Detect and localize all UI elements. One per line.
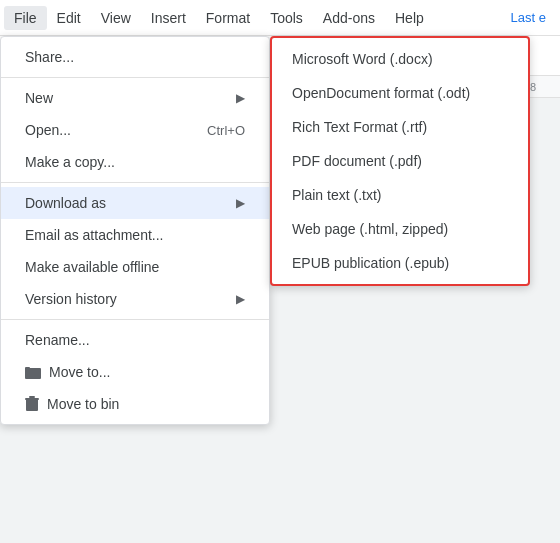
txt-label: Plain text (.txt) [292, 187, 381, 203]
separator-3 [1, 319, 269, 320]
version-history-arrow-icon: ▶ [236, 292, 245, 306]
pdf-label: PDF document (.pdf) [292, 153, 422, 169]
svg-rect-3 [26, 399, 38, 411]
new-arrow-icon: ▶ [236, 91, 245, 105]
menu-item-new[interactable]: New ▶ [1, 82, 269, 114]
separator-1 [1, 77, 269, 78]
version-history-label: Version history [25, 291, 117, 307]
download-epub[interactable]: EPUB publication (.epub) [272, 246, 528, 280]
menu-addons[interactable]: Add-ons [313, 6, 385, 30]
menu-help[interactable]: Help [385, 6, 434, 30]
svg-rect-5 [29, 396, 35, 398]
download-docx[interactable]: Microsoft Word (.docx) [272, 42, 528, 76]
menu-insert[interactable]: Insert [141, 6, 196, 30]
menu-item-share[interactable]: Share... [1, 41, 269, 73]
download-pdf[interactable]: PDF document (.pdf) [272, 144, 528, 178]
make-offline-label: Make available offline [25, 259, 159, 275]
menu-item-make-copy[interactable]: Make a copy... [1, 146, 269, 178]
folder-icon [25, 365, 41, 379]
open-label: Open... [25, 122, 71, 138]
last-edit: Last e [501, 6, 556, 29]
download-as-label: Download as [25, 195, 106, 211]
trash-icon [25, 396, 39, 412]
menu-item-version-history[interactable]: Version history ▶ [1, 283, 269, 315]
svg-rect-2 [25, 367, 30, 370]
html-label: Web page (.html, zipped) [292, 221, 448, 237]
open-shortcut: Ctrl+O [207, 123, 245, 138]
svg-rect-4 [25, 398, 39, 400]
menu-item-move-to[interactable]: Move to... [1, 356, 269, 388]
download-rtf[interactable]: Rich Text Format (.rtf) [272, 110, 528, 144]
menu-bar: File Edit View Insert Format Tools Add-o… [0, 0, 560, 36]
separator-2 [1, 182, 269, 183]
share-label: Share... [25, 49, 74, 65]
download-arrow-icon: ▶ [236, 196, 245, 210]
menu-item-rename[interactable]: Rename... [1, 324, 269, 356]
odt-label: OpenDocument format (.odt) [292, 85, 470, 101]
make-copy-label: Make a copy... [25, 154, 115, 170]
move-to-bin-icon-group: Move to bin [25, 396, 119, 412]
download-txt[interactable]: Plain text (.txt) [272, 178, 528, 212]
move-to-icon-group: Move to... [25, 364, 110, 380]
epub-label: EPUB publication (.epub) [292, 255, 449, 271]
menu-item-move-to-bin[interactable]: Move to bin [1, 388, 269, 420]
menu-item-make-offline[interactable]: Make available offline [1, 251, 269, 283]
menu-edit[interactable]: Edit [47, 6, 91, 30]
rtf-label: Rich Text Format (.rtf) [292, 119, 427, 135]
menu-format[interactable]: Format [196, 6, 260, 30]
menu-item-email-attachment[interactable]: Email as attachment... [1, 219, 269, 251]
menu-view[interactable]: View [91, 6, 141, 30]
menu-item-download-as[interactable]: Download as ▶ [1, 187, 269, 219]
download-odt[interactable]: OpenDocument format (.odt) [272, 76, 528, 110]
download-html[interactable]: Web page (.html, zipped) [272, 212, 528, 246]
menu-tools[interactable]: Tools [260, 6, 313, 30]
download-submenu: Microsoft Word (.docx) OpenDocument form… [270, 36, 530, 286]
docx-label: Microsoft Word (.docx) [292, 51, 433, 67]
menu-item-open[interactable]: Open... Ctrl+O [1, 114, 269, 146]
new-label: New [25, 90, 53, 106]
move-to-bin-label: Move to bin [47, 396, 119, 412]
file-dropdown-menu: Share... New ▶ Open... Ctrl+O Make a cop… [0, 36, 270, 425]
email-attachment-label: Email as attachment... [25, 227, 164, 243]
rename-label: Rename... [25, 332, 90, 348]
menu-file[interactable]: File [4, 6, 47, 30]
move-to-label: Move to... [49, 364, 110, 380]
